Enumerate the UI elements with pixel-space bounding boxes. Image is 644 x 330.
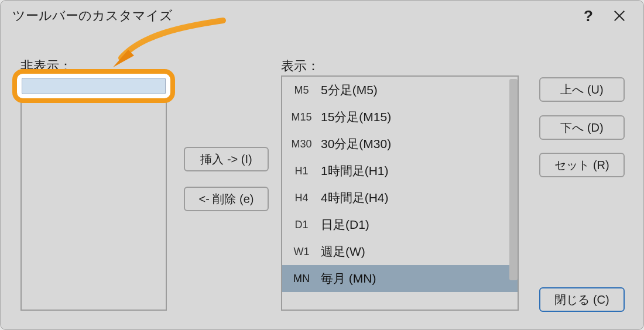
insert-button[interactable]: 挿入 -> (I) xyxy=(184,147,269,171)
item-tag: D1 xyxy=(286,219,317,231)
shown-items-listbox[interactable]: M5 5分足(M5) M15 15分足(M15) M30 30分足(M30) H… xyxy=(281,75,519,311)
item-label: 30分足(M30) xyxy=(317,136,391,152)
item-label: 15分足(M15) xyxy=(317,109,391,125)
help-button[interactable]: ? xyxy=(584,7,593,25)
item-label: 週足(W) xyxy=(317,243,365,260)
scrollbar-thumb[interactable] xyxy=(509,79,518,280)
set-button[interactable]: セット (R) xyxy=(539,153,625,177)
item-tag: M30 xyxy=(286,138,317,150)
item-label: 4時間足(H4) xyxy=(317,190,389,206)
item-label: 1時間足(H1) xyxy=(317,163,389,179)
list-item[interactable]: M15 15分足(M15) xyxy=(282,104,518,130)
item-tag: H1 xyxy=(286,165,317,177)
list-item[interactable]: W1 週足(W) xyxy=(282,238,518,265)
close-button[interactable] xyxy=(611,7,628,25)
item-tag: W1 xyxy=(286,246,317,258)
list-item[interactable]: H4 4時間足(H4) xyxy=(282,184,518,211)
dialog-title: ツールバーのカスタマイズ xyxy=(1,7,173,25)
item-tag: H4 xyxy=(286,192,317,204)
hidden-section-label: 非表示： xyxy=(20,57,72,75)
item-label: 日足(D1) xyxy=(317,216,369,233)
item-tag: MN xyxy=(286,273,317,285)
shown-section-label: 表示： xyxy=(281,57,320,75)
hidden-items-listbox[interactable] xyxy=(20,75,167,311)
close-dialog-button[interactable]: 閉じる (C) xyxy=(539,287,625,312)
move-down-button[interactable]: 下へ (D) xyxy=(539,115,625,140)
list-item[interactable]: D1 日足(D1) xyxy=(282,211,518,238)
svg-marker-2 xyxy=(113,50,134,67)
move-up-button[interactable]: 上へ (U) xyxy=(539,77,625,102)
titlebar: ツールバーのカスタマイズ ? xyxy=(1,1,643,31)
list-item[interactable]: H1 1時間足(H1) xyxy=(282,157,518,184)
close-icon xyxy=(613,9,626,22)
list-item[interactable]: MN 毎月 (MN) xyxy=(282,265,518,292)
list-item[interactable]: M30 30分足(M30) xyxy=(282,130,518,157)
item-tag: M5 xyxy=(286,84,317,97)
customize-toolbar-dialog: ツールバーのカスタマイズ ? 非表示： 表示： M5 5分足(M5) M15 1… xyxy=(0,0,644,330)
list-item[interactable]: M5 5分足(M5) xyxy=(282,77,518,104)
item-tag: M15 xyxy=(286,111,317,123)
item-label: 毎月 (MN) xyxy=(317,270,376,287)
remove-button[interactable]: <- 削除 (e) xyxy=(184,187,269,211)
item-label: 5分足(M5) xyxy=(317,82,378,98)
